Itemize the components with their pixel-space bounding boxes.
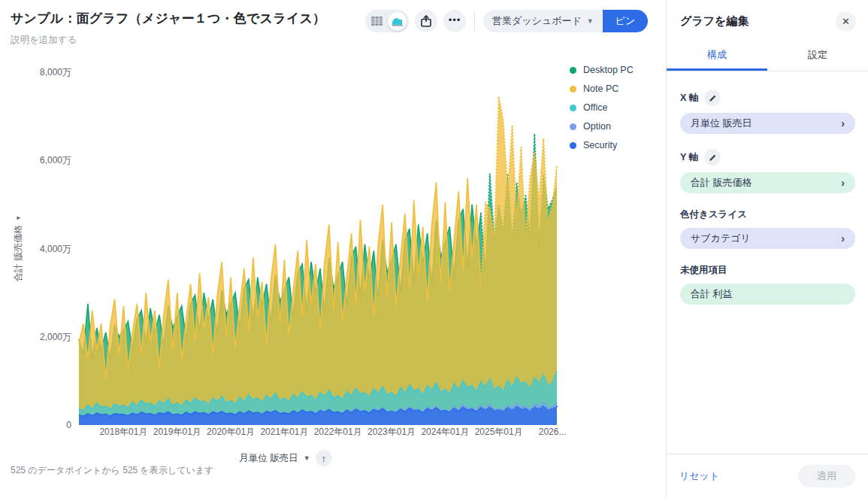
- legend-dot-icon: [570, 123, 576, 130]
- chevron-right-icon: ›: [841, 117, 845, 129]
- legend-item-label: Note PC: [583, 84, 618, 94]
- legend-item-label: Office: [583, 102, 607, 113]
- area-chart-plot[interactable]: 02,000万4,000万6,000万8,000万2018年01月2019年01…: [0, 60, 571, 436]
- x-tick-label: 2025年01月: [475, 427, 523, 436]
- x-tick-label: 2022年01月: [314, 427, 362, 436]
- legend-dot-icon: [570, 67, 576, 74]
- tab-composition[interactable]: 構成: [667, 42, 767, 71]
- description-placeholder[interactable]: 説明を追加する: [11, 34, 77, 47]
- apply-button[interactable]: 適用: [798, 465, 855, 487]
- x-tick-label: 2020年01月: [207, 427, 255, 436]
- legend-item[interactable]: Note PC: [570, 84, 634, 94]
- more-options-button[interactable]: •••: [443, 10, 466, 32]
- x-axis-field-value: 月単位 販売日: [691, 117, 752, 130]
- panel-header: グラフを編集 ✕: [667, 0, 868, 39]
- x-tick-label: 2023年01月: [367, 427, 416, 436]
- pencil-icon: [709, 94, 717, 102]
- x-tick-label: 2024年01月: [421, 427, 469, 436]
- chart-toolbar: ••• 営業ダッシュボード ▼ ピン: [365, 10, 648, 32]
- y-tick-label: 0: [66, 420, 71, 430]
- close-button[interactable]: ✕: [836, 11, 856, 32]
- unused-item-pill[interactable]: 合計 利益: [680, 284, 855, 305]
- table-icon: [371, 17, 383, 26]
- pencil-icon: [709, 153, 717, 162]
- legend-item-label: Option: [583, 121, 611, 132]
- x-tick-label: 2026...: [539, 427, 567, 436]
- legend-item-label: Desktop PC: [583, 65, 634, 75]
- pin-button-label: ピン: [615, 14, 636, 28]
- chevron-down-icon: ▼: [587, 17, 594, 25]
- area-chart-icon: [392, 17, 404, 26]
- panel-fields: X 軸 月単位 販売日 › Y 軸 合: [667, 71, 868, 454]
- x-tick-label: 2018年01月: [99, 427, 147, 436]
- color-slice-label: 色付きスライス: [680, 208, 747, 221]
- y-tick-label: 6,000万: [40, 155, 71, 165]
- panel-title: グラフを編集: [680, 14, 749, 29]
- x-tick-label: 2021年01月: [260, 427, 308, 436]
- legend-item-label: Security: [583, 140, 617, 150]
- legend-dot-icon: [570, 142, 576, 149]
- x-axis-field-label: X 軸: [680, 92, 698, 105]
- x-axis-field-label-row: X 軸: [680, 90, 855, 106]
- dashboard-pin-control: 営業ダッシュボード ▼ ピン: [483, 10, 648, 32]
- share-icon: [421, 15, 431, 27]
- ellipsis-icon: •••: [449, 14, 461, 26]
- arrow-up-icon: ↑: [321, 453, 326, 464]
- unused-item-value: 合計 利益: [691, 287, 733, 301]
- status-bar: 525 のデータポイントから 525 を表示しています: [11, 464, 213, 477]
- share-button[interactable]: [415, 10, 437, 32]
- x-tick-label: 2019年01月: [153, 427, 201, 436]
- close-icon: ✕: [842, 16, 850, 27]
- legend-item[interactable]: Security: [570, 140, 634, 150]
- y-axis-field-label-row: Y 軸: [680, 149, 855, 165]
- app-window: サンプル：面グラフ（メジャー１つ・色でスライス） 説明を追加する: [0, 0, 868, 498]
- chevron-right-icon: ›: [841, 177, 845, 189]
- unused-items-label: 未使用項目: [680, 264, 727, 277]
- y-axis-title[interactable]: 合計 販売価格 ▼: [12, 215, 25, 281]
- legend-item[interactable]: Desktop PC: [570, 65, 634, 75]
- color-slice-pill[interactable]: サブカテゴリ ›: [680, 228, 855, 249]
- x-axis-caret-icon[interactable]: ▼: [304, 454, 310, 462]
- dashboard-selector-label: 営業ダッシュボード: [492, 14, 582, 28]
- color-slice-label-row: 色付きスライス: [680, 208, 855, 221]
- toolbar-divider: [474, 11, 475, 31]
- legend-item[interactable]: Option: [570, 121, 634, 132]
- y-tick-label: 8,000万: [40, 67, 71, 77]
- x-axis-edit-button[interactable]: [704, 90, 721, 106]
- legend-dot-icon: [570, 86, 576, 93]
- legend-item[interactable]: Office: [570, 102, 634, 113]
- panel-footer: リセット 適用: [667, 454, 868, 498]
- chevron-right-icon: ›: [841, 232, 845, 244]
- chart-view-button[interactable]: [388, 12, 407, 31]
- main-area: サンプル：面グラフ（メジャー１つ・色でスライス） 説明を追加する: [0, 0, 666, 498]
- view-toggle: [365, 10, 409, 32]
- table-view-button[interactable]: [367, 12, 386, 31]
- page-title: サンプル：面グラフ（メジャー１つ・色でスライス）: [11, 10, 325, 27]
- pin-button[interactable]: ピン: [603, 10, 649, 32]
- y-tick-label: 4,000万: [40, 244, 71, 254]
- edit-chart-panel: グラフを編集 ✕ 構成 設定 X 軸 月単位 販売日 ›: [666, 0, 868, 498]
- reset-link[interactable]: リセット: [679, 469, 719, 483]
- y-axis-field-label: Y 軸: [680, 151, 698, 164]
- y-axis-field-value: 合計 販売価格: [691, 176, 752, 190]
- x-axis-field-pill[interactable]: 月単位 販売日 ›: [680, 113, 855, 134]
- x-axis-title-label[interactable]: 月単位 販売日: [239, 452, 298, 465]
- legend: Desktop PCNote PCOfficeOptionSecurity: [570, 65, 634, 159]
- y-axis-title-label: 合計 販売価格: [12, 225, 25, 281]
- y-tick-label: 2,000万: [40, 332, 71, 342]
- color-slice-value: サブカテゴリ: [691, 232, 751, 245]
- y-axis-caret-icon: ▼: [15, 215, 22, 221]
- dashboard-selector[interactable]: 営業ダッシュボード ▼: [483, 10, 603, 32]
- y-axis-edit-button[interactable]: [704, 149, 721, 165]
- unused-items-label-row: 未使用項目: [680, 264, 855, 277]
- panel-tabs: 構成 設定: [667, 42, 868, 71]
- legend-dot-icon: [570, 105, 576, 111]
- y-axis-field-pill[interactable]: 合計 販売価格 ›: [680, 172, 855, 193]
- tab-settings[interactable]: 設定: [767, 42, 868, 71]
- x-axis-sort-button[interactable]: ↑: [316, 450, 332, 466]
